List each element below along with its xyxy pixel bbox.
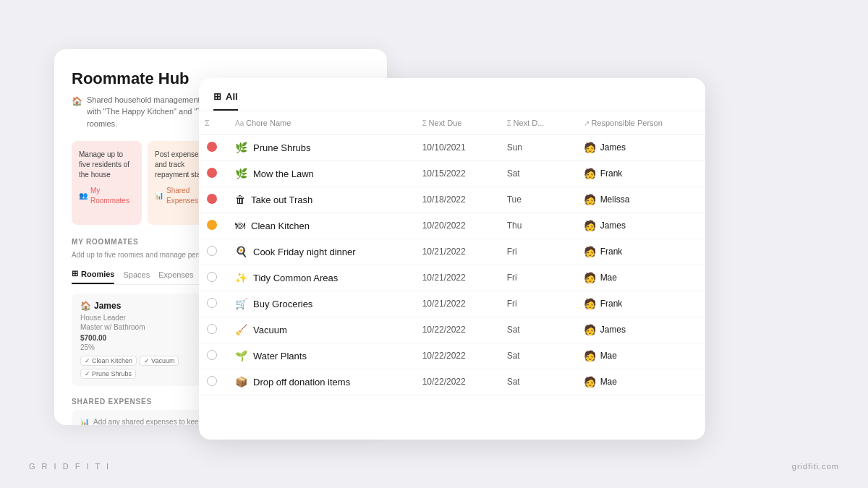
chore-day-cell: Sat: [497, 160, 574, 187]
person-icon: 🧑: [584, 298, 596, 309]
person-cell: 🧑Frank: [584, 246, 695, 257]
chore-date-cell: 10/21/2022: [412, 265, 497, 291]
col-responsible[interactable]: ↗ Responsible Person: [574, 111, 705, 135]
chore-name: 🌿Prune Shrubs: [235, 142, 402, 153]
status-cell[interactable]: [199, 265, 225, 291]
status-cell[interactable]: [199, 213, 225, 239]
person-icon: 🧑: [584, 220, 596, 231]
status-dot: [207, 246, 217, 256]
chore-icon: ✨: [235, 272, 247, 283]
person-cell: 🧑James: [584, 142, 695, 153]
responsible-cell[interactable]: 🧑James: [574, 213, 705, 239]
table-row: 🌿Prune Shrubs10/10/2021Sun🧑James: [199, 134, 705, 160]
my-roommates-link[interactable]: 👥 My Roommates: [79, 186, 135, 206]
person-icon: 🧑: [584, 194, 596, 205]
chore-name: 🌱Water Plants: [235, 350, 402, 361]
chore-icon: 📦: [235, 376, 247, 388]
chore-name-cell[interactable]: 🍽Clean Kitchen: [225, 213, 412, 239]
chore-icon: 🍳: [235, 246, 247, 257]
table-row: 🍳Cook Friday night dinner10/21/2022Fri🧑F…: [199, 239, 705, 265]
responsible-cell[interactable]: 🧑Frank: [574, 160, 705, 187]
person-name: James: [600, 325, 626, 335]
chore-name-cell[interactable]: ✨Tidy Common Areas: [225, 265, 412, 291]
col-next-day[interactable]: Σ Next D...: [497, 111, 574, 135]
status-cell[interactable]: [199, 343, 225, 369]
chore-date-cell: 10/22/2022: [412, 317, 497, 343]
roommate-name-james: 🏠 James: [80, 301, 208, 311]
chore-name-cell[interactable]: 🌿Prune Shrubs: [225, 134, 412, 160]
status-cell[interactable]: [199, 239, 225, 265]
person-icon: 🧑: [584, 168, 596, 179]
person-cell: 🧑Frank: [584, 298, 695, 309]
chore-name: 🍳Cook Friday night dinner: [235, 246, 402, 257]
chore-name: 🛒Buy Groceries: [235, 298, 402, 309]
status-dot: [207, 220, 217, 230]
chore-name-cell[interactable]: 🗑Take out Trash: [225, 187, 412, 213]
all-tab[interactable]: ⊞ All: [213, 91, 238, 111]
status-cell[interactable]: [199, 317, 225, 343]
responsible-cell[interactable]: 🧑James: [574, 317, 705, 343]
person-name: James: [600, 142, 626, 153]
roomies-tab-icon: ⊞: [72, 269, 78, 278]
james-tag-2: ✓ Prune Shrubs: [80, 369, 136, 379]
chore-date-cell: 10/22/2022: [412, 343, 497, 369]
chore-name-cell[interactable]: 🧹Vacuum: [225, 317, 412, 343]
brand-right: gridfiti.com: [792, 462, 839, 471]
person-icon: 🧑: [584, 246, 596, 257]
status-cell[interactable]: [199, 187, 225, 213]
main-container: Roommate Hub 🏠 Shared household manageme…: [54, 49, 814, 440]
table-row: 🌱Water Plants10/22/2022Sat🧑Mae: [199, 343, 705, 369]
table-row: 🛒Buy Groceries10/21/2022Fri🧑Frank: [199, 291, 705, 317]
person-icon: 🧑: [584, 272, 596, 283]
responsible-cell[interactable]: 🧑James: [574, 134, 705, 160]
table-row: 🍽Clean Kitchen10/20/2022Thu🧑James: [199, 213, 705, 239]
responsible-cell[interactable]: 🧑Mae: [574, 265, 705, 291]
chore-day-cell: Sat: [497, 343, 574, 369]
chore-date-cell: 10/10/2021: [412, 134, 497, 160]
responsible-cell[interactable]: 🧑Frank: [574, 239, 705, 265]
status-dot: [207, 350, 217, 360]
chore-name-cell[interactable]: 📦Drop off donation items: [225, 369, 412, 395]
person-icon: 🧑: [584, 376, 596, 388]
person-name: Frank: [600, 299, 623, 309]
chore-tbody: 🌿Prune Shrubs10/10/2021Sun🧑James🌿Mow the…: [199, 134, 705, 395]
status-dot: [207, 376, 217, 386]
tab-expenses[interactable]: Expenses: [158, 269, 193, 284]
responsible-cell[interactable]: 🧑Mae: [574, 369, 705, 395]
chore-date-cell: 10/20/2022: [412, 213, 497, 239]
chore-icon: 🍽: [235, 220, 245, 231]
chore-name: 🗑Take out Trash: [235, 194, 402, 205]
table-row: 🗑Take out Trash10/18/2022Tue🧑Melissa: [199, 187, 705, 213]
chore-name-cell[interactable]: 🛒Buy Groceries: [225, 291, 412, 317]
chore-icon: 🧹: [235, 324, 247, 335]
responsible-cell[interactable]: 🧑Frank: [574, 291, 705, 317]
brand-left: G R I D F I T I: [29, 462, 111, 471]
person-cell: 🧑James: [584, 220, 695, 231]
chore-name-cell[interactable]: 🍳Cook Friday night dinner: [225, 239, 412, 265]
col-status: Σ: [199, 111, 225, 135]
chore-date-cell: 10/21/2022: [412, 239, 497, 265]
status-cell[interactable]: [199, 291, 225, 317]
col-chore-name[interactable]: Aa Chore Name: [225, 111, 412, 135]
chore-icon: 🌿: [235, 142, 247, 153]
responsible-cell[interactable]: 🧑Mae: [574, 343, 705, 369]
status-cell[interactable]: [199, 369, 225, 395]
chore-date-cell: 10/21/2022: [412, 291, 497, 317]
chore-name: 🌿Mow the Lawn: [235, 168, 402, 179]
person-cell: 🧑Mae: [584, 376, 695, 388]
responsible-cell[interactable]: 🧑Melissa: [574, 187, 705, 213]
person-name: Melissa: [600, 194, 630, 205]
feature-card-roommates: Manage up to five residents of the house…: [72, 141, 142, 225]
tab-roomies[interactable]: ⊞ Roomies: [72, 269, 114, 284]
col-next-due[interactable]: Σ Next Due: [412, 111, 497, 135]
status-cell[interactable]: [199, 160, 225, 187]
status-dot: [207, 142, 217, 152]
status-cell[interactable]: [199, 134, 225, 160]
chore-name-cell[interactable]: 🌱Water Plants: [225, 343, 412, 369]
house-icon: 🏠: [72, 95, 82, 108]
person-icon: 🧑: [584, 324, 596, 335]
chore-name: 🧹Vacuum: [235, 324, 402, 335]
chore-name-cell[interactable]: 🌿Mow the Lawn: [225, 160, 412, 187]
tab-spaces[interactable]: Spaces: [123, 269, 150, 284]
roommate-card-james: 🏠 James House Leader Master w/ Bathroom …: [72, 294, 217, 386]
